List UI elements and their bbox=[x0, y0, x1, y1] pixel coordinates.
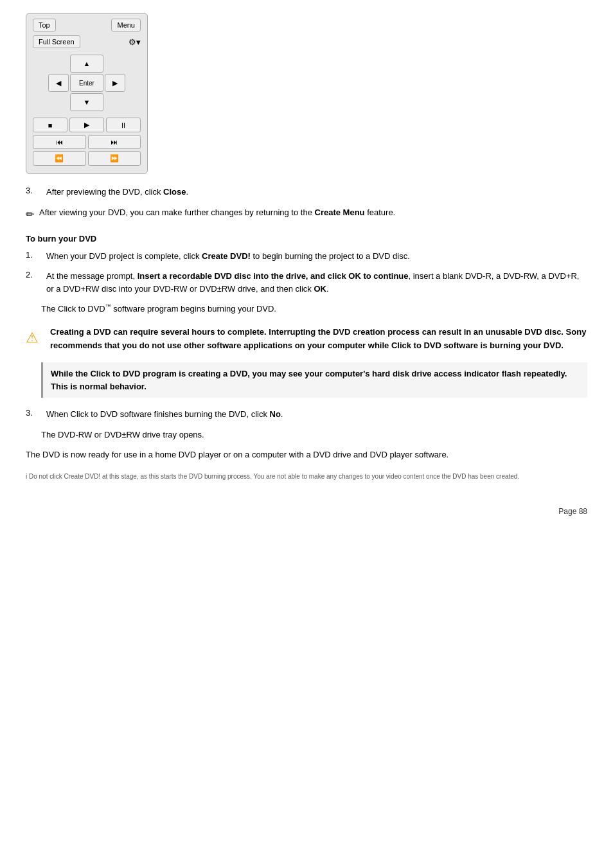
burn-step-2-number: 2. bbox=[26, 270, 41, 295]
dvd-ready-text: The DVD is now ready for use in a home D… bbox=[26, 448, 587, 461]
warning-triangle-icon: ⚠ bbox=[26, 326, 44, 349]
fullscreen-button[interactable]: Full Screen bbox=[33, 35, 80, 48]
step-3-item: 3. After previewing the DVD, click Close… bbox=[26, 186, 587, 199]
info-box: While the Click to DVD program is creati… bbox=[41, 362, 587, 398]
rewind-icon: ⏪ bbox=[55, 154, 64, 163]
nav-enter-button[interactable]: Enter bbox=[70, 74, 103, 92]
page-number: Page 88 bbox=[26, 507, 587, 516]
nav-up-button[interactable]: ▲ bbox=[70, 55, 103, 73]
tray-opens-text: The DVD-RW or DVD±RW drive tray opens. bbox=[41, 429, 587, 441]
fast-forward-icon: ⏩ bbox=[110, 154, 119, 163]
burn-step-2-text: At the message prompt, Insert a recordab… bbox=[46, 270, 587, 295]
stop-icon: ■ bbox=[48, 121, 53, 129]
top-button-label: Top bbox=[39, 21, 50, 29]
burn-step-3-number: 3. bbox=[26, 408, 41, 421]
next-chapter-icon: ⏭ bbox=[111, 138, 118, 146]
step-3-number: 3. bbox=[26, 186, 41, 199]
menu-button[interactable]: Menu bbox=[111, 19, 141, 31]
remote-seek-controls: ⏮ ⏭ ⏪ ⏩ bbox=[33, 135, 141, 166]
burn-step-3-text: When Click to DVD software finishes burn… bbox=[46, 408, 283, 421]
note-text: After viewing your DVD, you can make fur… bbox=[39, 206, 395, 219]
fast-forward-button[interactable]: ⏩ bbox=[88, 151, 141, 166]
menu-button-label: Menu bbox=[117, 21, 135, 29]
pause-button[interactable]: II bbox=[106, 118, 141, 132]
nav-down-button[interactable]: ▼ bbox=[70, 93, 103, 111]
note-line: ✏ After viewing your DVD, you can make f… bbox=[26, 206, 587, 222]
remote-transport-controls: ■ ▶ II bbox=[33, 118, 141, 132]
ok-bold: OK bbox=[314, 284, 326, 294]
click-to-dvd-text: The Click to DVD™ software program begin… bbox=[41, 303, 587, 315]
burn-step-2-item: 2. At the message prompt, Insert a recor… bbox=[26, 270, 587, 295]
next-chapter-button[interactable]: ⏭ bbox=[88, 135, 141, 149]
nav-left-button[interactable]: ◀ bbox=[48, 74, 69, 92]
top-button[interactable]: Top bbox=[33, 19, 56, 31]
nav-right-button[interactable]: ▶ bbox=[105, 74, 125, 92]
play-button[interactable]: ▶ bbox=[69, 118, 104, 132]
info-text: While the Click to DVD program is creati… bbox=[51, 369, 567, 391]
play-icon: ▶ bbox=[84, 121, 89, 129]
right-arrow-icon: ▶ bbox=[112, 79, 118, 87]
burn-step-1-text: When your DVD project is complete, click… bbox=[46, 250, 410, 263]
remote-top-row: Top Menu bbox=[33, 19, 141, 31]
rewind-button[interactable]: ⏪ bbox=[33, 151, 86, 166]
footnote-text: i Do not click Create DVD! at this stage… bbox=[26, 472, 587, 481]
fullscreen-button-label: Full Screen bbox=[39, 38, 75, 46]
burn-step-1-item: 1. When your DVD project is complete, cl… bbox=[26, 250, 587, 263]
prev-chapter-button[interactable]: ⏮ bbox=[33, 135, 86, 149]
prev-chapter-icon: ⏮ bbox=[56, 138, 63, 146]
warning-text: Creating a DVD can require several hours… bbox=[50, 326, 587, 353]
remote-nav-pad: ▲ ◀ Enter ▶ ▼ bbox=[33, 55, 141, 111]
enter-button-label: Enter bbox=[79, 80, 94, 87]
remote-fullscreen-row: Full Screen ⚙▾ bbox=[33, 35, 141, 48]
no-bold: No bbox=[270, 409, 281, 419]
trademark-symbol: ™ bbox=[105, 303, 111, 310]
warning-box: ⚠ Creating a DVD can require several hou… bbox=[26, 326, 587, 353]
stop-button[interactable]: ■ bbox=[33, 118, 67, 132]
up-arrow-icon: ▲ bbox=[84, 60, 91, 67]
down-arrow-icon: ▼ bbox=[84, 98, 91, 106]
step-3-bold: Close bbox=[163, 187, 186, 197]
create-dvd-bold: Create DVD! bbox=[202, 251, 251, 261]
note-pencil-icon: ✏ bbox=[26, 207, 34, 222]
insert-disc-bold: Insert a recordable DVD disc into the dr… bbox=[138, 271, 409, 281]
note-bold: Create Menu bbox=[315, 208, 365, 217]
burn-section-heading: To burn your DVD bbox=[26, 234, 587, 244]
pause-icon: II bbox=[121, 121, 125, 129]
step-3-text: After previewing the DVD, click Close. bbox=[46, 186, 188, 199]
remote-control-widget: Top Menu Full Screen ⚙▾ ▲ ◀ Enter ▶ ▼ ■ bbox=[26, 13, 148, 174]
burn-step-3-item: 3. When Click to DVD software finishes b… bbox=[26, 408, 587, 421]
burn-step-1-number: 1. bbox=[26, 250, 41, 263]
settings-icon: ⚙▾ bbox=[129, 37, 141, 47]
left-arrow-icon: ◀ bbox=[56, 79, 61, 87]
